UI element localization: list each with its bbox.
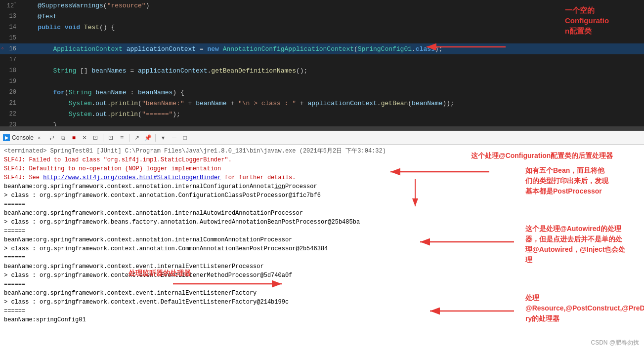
code-line-16: ⬦16 ApplicationContext applicationContex… [0, 43, 644, 54]
console-line-sep2: ====== [4, 227, 640, 235]
code-content-20: for(String beanName : beanNames) { [22, 89, 639, 96]
console-toolbar: ▶ Console × ⇄ ⧉ ■ ✕ ⊡ ⊡ ≡ ↗ 📌 ▾ ─ □ [0, 131, 644, 145]
separator-2 [129, 134, 129, 142]
line-num-22: 22 [0, 111, 22, 117]
line-num-15: 15 [0, 35, 22, 41]
console-line-sep1: ====== [4, 200, 640, 209]
separator-3 [155, 134, 156, 142]
line-num-14: 14 [0, 24, 22, 31]
btn-maximize[interactable]: □ [180, 133, 189, 142]
line-num-21: 21 [0, 100, 22, 107]
code-content-14: public void Test() { [22, 24, 639, 31]
code-content-16: ApplicationContext applicationContext = … [22, 45, 639, 53]
code-line-21: 21 System.out.println("beanName:" + bean… [0, 98, 644, 109]
line-num-19: 19 [0, 78, 22, 85]
console-line-bean2-class: > class : org.springframework.beans.fact… [4, 218, 640, 227]
btn-open-console[interactable]: ↗ [132, 133, 141, 142]
console-line-bean3-class: > class : org.springframework.context.an… [4, 244, 640, 253]
line-num-12: 12° [0, 1, 22, 9]
btn-terminate[interactable]: ■ [69, 133, 78, 142]
console-line-bean4: beanName:org.springframework.context.eve… [4, 262, 640, 271]
console-line-bean5-class: > class : org.springframework.context.ev… [4, 298, 640, 307]
console-terminated-line: <terminated> SpringTest01 [JUnit] C:\Pro… [4, 147, 640, 155]
btn-remove[interactable]: ✕ [80, 133, 89, 142]
code-line-19: 19 [0, 76, 644, 87]
line-num-18: 18 [0, 67, 22, 74]
code-editor: 12° @SuppressWarnings("resource") 13 @Te… [0, 0, 644, 131]
code-content-13: @Test [22, 13, 639, 20]
btn-minimize[interactable]: ─ [170, 133, 178, 142]
line-num-17: 17 [0, 56, 22, 63]
line-num-20: 20 [0, 89, 22, 96]
console-line-bean5: beanName:org.springframework.context.eve… [4, 289, 640, 298]
code-line-14: 14 public void Test() { [0, 22, 644, 33]
console-line-bean1: beanName:org.springframework.context.ann… [4, 182, 640, 191]
console-line-bean1-class: > class : org.springframework.context.an… [4, 191, 640, 200]
btn-scroll-lock[interactable]: ⊡ [106, 133, 115, 142]
code-line-18: 18 String [] beanNames = applicationCont… [0, 65, 644, 76]
code-content-12: @SuppressWarnings("resource") [22, 2, 639, 9]
btn-copy[interactable]: ⧉ [58, 133, 67, 142]
console-label: Console [12, 134, 34, 141]
btn-clear[interactable]: ⊡ [91, 133, 100, 142]
console-line-slf4j-1: SLF4J: Failed to load class "org.slf4j.i… [4, 155, 640, 164]
console-line-bean6: beanName:springConfig01 [4, 315, 640, 324]
console-close-tab[interactable]: × [38, 135, 41, 141]
code-lines: 12° @SuppressWarnings("resource") 13 @Te… [0, 0, 644, 130]
console-panel: ▶ Console × ⇄ ⧉ ■ ✕ ⊡ ⊡ ≡ ↗ 📌 ▾ ─ □ <ter… [0, 131, 644, 349]
csdn-watermark: CSDN @肥春勿扰 [591, 339, 639, 347]
code-line-12: 12° @SuppressWarnings("resource") [0, 0, 644, 11]
console-link-slf4j[interactable]: http://www.slf4j.org/codes.html#StaticLo… [43, 174, 221, 181]
console-line-sep4: ====== [4, 280, 640, 289]
code-line-22: 22 System.out.println("======"); [0, 109, 644, 119]
btn-link[interactable]: ⇄ [47, 133, 56, 142]
code-line-20: 20 for(String beanName : beanNames) { [0, 87, 644, 98]
console-line-bean4-class: > class : org.springframework.context.ev… [4, 271, 640, 280]
console-line-sep5: ====== [4, 307, 640, 315]
line-num-16: ⬦16 [0, 45, 22, 52]
code-content-21: System.out.println("beanName:" + beanNam… [22, 100, 639, 107]
code-line-15: 15 [0, 33, 644, 43]
code-line-17: 17 [0, 54, 644, 65]
editor-scrollbar[interactable] [0, 126, 644, 130]
console-line-slf4j-3: SLF4J: See http://www.slf4j.org/codes.ht… [4, 173, 640, 182]
code-content-22: System.out.println("======"); [22, 111, 639, 118]
console-line-bean2: beanName:org.springframework.context.ann… [4, 209, 640, 218]
btn-pin[interactable]: 📌 [143, 133, 152, 142]
separator-1 [103, 134, 103, 142]
btn-view-menu[interactable]: ▾ [159, 133, 168, 142]
code-line-13: 13 @Test [0, 11, 644, 22]
btn-word-wrap[interactable]: ≡ [117, 133, 126, 142]
editor-annotation-config: 一个空的Configuration配置类 [565, 5, 639, 36]
line-num-13: 13 [0, 13, 22, 20]
console-content: <terminated> SpringTest01 [JUnit] C:\Pro… [0, 145, 644, 326]
console-title: ▶ Console × [3, 134, 41, 141]
code-content-18: String [] beanNames = applicationContext… [22, 67, 639, 75]
console-line-slf4j-2: SLF4J: Defaulting to no-operation (NOP) … [4, 164, 640, 173]
console-line-bean3: beanName:org.springframework.context.ann… [4, 235, 640, 244]
console-line-sep3: ====== [4, 253, 640, 262]
console-icon: ▶ [3, 134, 10, 141]
